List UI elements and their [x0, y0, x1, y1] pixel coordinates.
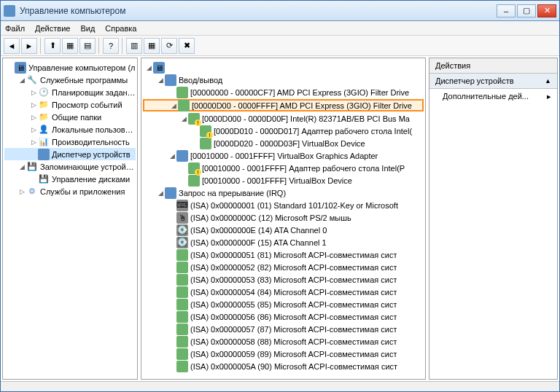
- separator: [40, 38, 42, 54]
- menu-view[interactable]: Вид: [80, 24, 95, 33]
- expand-icon[interactable]: ▷: [29, 114, 38, 121]
- left-tree: 🖥Управление компьютером (л◢🔧Служебные пр…: [3, 58, 137, 200]
- tree-label: (ISA) 0x00000054 (84) Microsoft ACPI-сов…: [190, 288, 397, 297]
- tree-node[interactable]: [00010000 - 0001FFFF] VirtualBox Device: [143, 174, 424, 187]
- left-pane[interactable]: 🖥Управление компьютером (л◢🔧Служебные пр…: [2, 58, 138, 380]
- expand-icon[interactable]: ◢: [156, 77, 165, 84]
- tree-node[interactable]: (ISA) 0x00000059 (89) Microsoft ACPI-сов…: [143, 348, 424, 360]
- tree-node[interactable]: (ISA) 0x00000056 (86) Microsoft ACPI-сов…: [143, 310, 424, 323]
- view-resources-button[interactable]: ▦: [144, 38, 160, 54]
- nav-back-button[interactable]: ◄: [4, 38, 20, 54]
- chipw-icon: [188, 113, 200, 125]
- show-hide-button[interactable]: ▦: [62, 38, 78, 54]
- actions-section[interactable]: Диспетчер устройств ▲: [429, 74, 557, 89]
- tree-node[interactable]: 💾Управление дисками: [4, 173, 136, 185]
- tree-node[interactable]: [00000000 - 00000CF7] AMD PCI Express (3…: [143, 86, 424, 98]
- tree-node[interactable]: ◢[0000D000 - 0000D00F] Intel(R) 82371AB/…: [143, 112, 424, 125]
- tree-node[interactable]: ◢🔧Служебные программы: [4, 74, 136, 86]
- tree-node[interactable]: (ISA) 0x0000005A (90) Microsoft ACPI-сов…: [143, 360, 424, 372]
- actions-more-label: Дополнительные дей...: [443, 92, 529, 101]
- tree-label: [00010000 - 0001FFFF] VirtualBox Device: [202, 176, 352, 185]
- expand-icon[interactable]: ▷: [18, 188, 26, 195]
- tree-node[interactable]: Диспетчер устройств: [4, 148, 136, 160]
- nav-fwd-button[interactable]: ►: [21, 38, 37, 54]
- actions-section-label: Диспетчер устройств: [435, 77, 514, 85]
- maximize-button[interactable]: ▢: [517, 4, 536, 17]
- chipw-icon: [188, 162, 200, 174]
- tree-node[interactable]: ⌨(ISA) 0x00000001 (01) Standard 101/102-…: [143, 199, 424, 211]
- menu-file[interactable]: Файл: [5, 24, 25, 33]
- tree-node[interactable]: ◢💾Запоминающие устройств: [4, 160, 136, 173]
- clock-icon: 🕑: [38, 87, 50, 98]
- tree-label: (ISA) 0x00000053 (83) Microsoft ACPI-сов…: [190, 275, 397, 284]
- tree-node[interactable]: (ISA) 0x00000057 (87) Microsoft ACPI-сов…: [143, 323, 424, 335]
- middle-pane[interactable]: ◢🖥◢Ввод/вывод[00000000 - 00000CF7] AMD P…: [141, 58, 426, 380]
- actions-more[interactable]: Дополнительные дей... ▸: [429, 89, 557, 104]
- tree-node[interactable]: ◢[00000D00 - 0000FFFF] AMD PCI Express (…: [143, 99, 424, 111]
- disk-icon: 💾: [26, 161, 38, 173]
- expand-icon[interactable]: ◢: [18, 77, 26, 84]
- close-button[interactable]: ✕: [537, 4, 556, 17]
- view-devices-button[interactable]: ▥: [126, 38, 142, 54]
- tree-node[interactable]: (ISA) 0x00000055 (85) Microsoft ACPI-сов…: [143, 298, 424, 310]
- uninstall-button[interactable]: ✖: [179, 38, 195, 54]
- expand-icon[interactable]: ◢: [144, 64, 153, 71]
- chip-icon: [176, 286, 188, 298]
- toolbar: ◄ ► ⬆ ▦ ▤ ? ▥ ▦ ⟳ ✖: [1, 36, 559, 56]
- tree-node[interactable]: ◢Запрос на прерывание (IRQ): [143, 187, 424, 199]
- expand-icon[interactable]: ◢: [156, 189, 165, 197]
- tree-label: Службы и приложения: [40, 187, 125, 196]
- expand-icon[interactable]: ◢: [169, 102, 178, 109]
- tree-node[interactable]: [00010000 - 0001FFFF] Адаптер рабочего с…: [143, 162, 424, 174]
- expand-icon[interactable]: ◢: [18, 163, 26, 170]
- chip-icon: [176, 348, 188, 360]
- up-button[interactable]: ⬆: [44, 38, 61, 54]
- tree-node[interactable]: (ISA) 0x00000051 (81) Microsoft ACPI-сов…: [143, 248, 424, 261]
- tree-node[interactable]: ▷👤Локальные пользовате: [4, 123, 136, 136]
- tree-node[interactable]: 🖱(ISA) 0x0000000C (12) Microsoft PS/2 мы…: [143, 211, 424, 224]
- user-icon: 👤: [38, 124, 50, 136]
- tree-node[interactable]: ▷🕑Планировщик заданий: [4, 86, 136, 98]
- tree-node[interactable]: ◢🖥: [143, 61, 424, 74]
- minimize-button[interactable]: –: [497, 4, 516, 17]
- tree-node[interactable]: ▷📁Просмотр событий: [4, 98, 136, 111]
- folder-icon: 📁: [38, 99, 50, 111]
- tree-label: (ISA) 0x00000052 (82) Microsoft ACPI-сов…: [190, 263, 397, 272]
- mon-icon: [176, 150, 188, 162]
- expand-icon[interactable]: ▷: [29, 89, 38, 96]
- expand-icon[interactable]: ◢: [179, 115, 188, 122]
- expand-icon[interactable]: ◢: [168, 152, 176, 160]
- tree-node[interactable]: (ISA) 0x00000058 (88) Microsoft ACPI-сов…: [143, 335, 424, 348]
- tree-node[interactable]: ▷⚙Службы и приложения: [4, 185, 136, 197]
- expand-icon[interactable]: ▷: [29, 101, 38, 109]
- hd-icon: 💽: [176, 237, 188, 248]
- tree-label: (ISA) 0x0000000F (15) ATA Channel 1: [190, 238, 327, 247]
- tree-label: (ISA) 0x0000000E (14) ATA Channel 0: [190, 226, 327, 235]
- menu-help[interactable]: Справка: [105, 24, 136, 33]
- tree-label: Ввод/вывод: [179, 76, 222, 85]
- tree-node[interactable]: 💽(ISA) 0x0000000F (15) ATA Channel 1: [143, 236, 424, 248]
- expand-icon[interactable]: ▷: [29, 126, 38, 133]
- scan-button[interactable]: ⟳: [161, 38, 177, 54]
- tree-label: [00010000 - 0001FFFF] VirtualBox Graphic…: [190, 152, 378, 160]
- titlebar: Управление компьютером – ▢ ✕: [1, 1, 559, 21]
- tree-node[interactable]: (ISA) 0x00000054 (84) Microsoft ACPI-сов…: [143, 286, 424, 298]
- tree-node[interactable]: ▷📁Общие папки: [4, 111, 136, 123]
- tree-node[interactable]: [0000D020 - 0000D03F] VirtualBox Device: [143, 137, 424, 149]
- tree-node[interactable]: ◢[00010000 - 0001FFFF] VirtualBox Graphi…: [143, 149, 424, 162]
- help-button[interactable]: ?: [103, 38, 119, 54]
- properties-button[interactable]: ▤: [79, 38, 96, 54]
- folder-icon: 📁: [38, 111, 50, 123]
- tree-node[interactable]: [0000D010 - 0000D017] Адаптер рабочего с…: [143, 125, 424, 137]
- io-icon: [165, 187, 176, 199]
- tree-node[interactable]: (ISA) 0x00000053 (83) Microsoft ACPI-сов…: [143, 273, 424, 286]
- tree-node[interactable]: ▷📊Производительность: [4, 136, 136, 148]
- tree-node[interactable]: 💽(ISA) 0x0000000E (14) ATA Channel 0: [143, 224, 424, 236]
- tree-label: (ISA) 0x00000055 (85) Microsoft ACPI-сов…: [190, 300, 397, 309]
- tree-node[interactable]: (ISA) 0x00000052 (82) Microsoft ACPI-сов…: [143, 261, 424, 273]
- tree-node[interactable]: ◢Ввод/вывод: [143, 74, 424, 86]
- tree-label: [00000000 - 00000CF7] AMD PCI Express (3…: [190, 88, 409, 97]
- expand-icon[interactable]: ▷: [29, 138, 38, 146]
- tree-node[interactable]: 🖥Управление компьютером (л: [4, 61, 136, 74]
- menu-action[interactable]: Действие: [35, 24, 70, 33]
